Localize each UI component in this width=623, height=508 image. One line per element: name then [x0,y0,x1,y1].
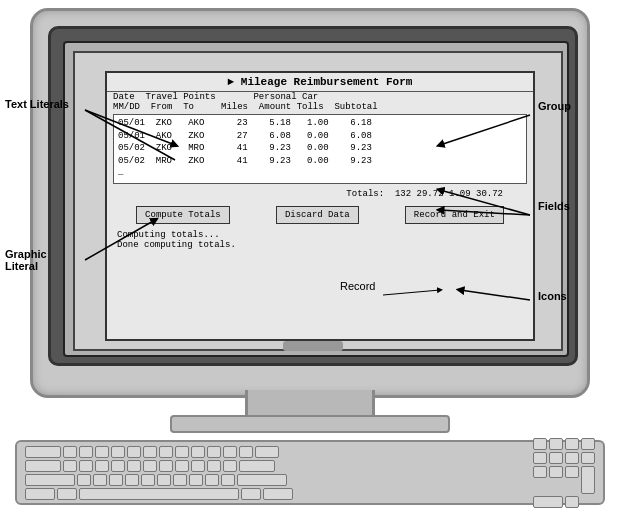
key-enter[interactable] [239,460,275,472]
data-row-2: 05/01 AKO ZKO 27 6.08 0.00 6.08 [118,130,522,143]
monitor-base [170,415,450,433]
record-label: Record [340,280,375,292]
key-i[interactable] [175,446,189,458]
text-literals-label: Text Literals [5,98,69,110]
keyboard-main-section [25,446,293,500]
totals-values: 132 29.72 1.09 30.72 [395,189,503,199]
form-header-line2: MM/DD From To Miles Amount Tolls Subtota… [107,102,533,112]
numpad-row-2 [533,452,595,464]
key-period[interactable] [205,474,219,486]
key-w[interactable] [79,446,93,458]
key-ctrl-r[interactable] [263,488,293,500]
data-row-4: 05/02 MRO ZKO 41 9.23 0.00 9.23 [118,155,522,168]
key-x[interactable] [93,474,107,486]
key-j[interactable] [159,460,173,472]
key-space[interactable] [79,488,239,500]
fields-label: Fields [538,200,570,212]
data-row-1: 05/01 ZKO AKO 23 5.18 1.00 6.18 [118,117,522,130]
monitor-speaker [283,341,343,351]
numpad-5[interactable] [549,452,563,464]
key-alt-l[interactable] [57,488,77,500]
key-n[interactable] [157,474,171,486]
key-tab[interactable] [25,446,61,458]
status-line-2: Done computing totals. [117,240,523,250]
monitor-neck [245,390,375,418]
key-u[interactable] [159,446,173,458]
keyboard [15,440,605,505]
key-f[interactable] [111,460,125,472]
form-header-line1: Date Travel Points Personal Car [107,92,533,102]
totals-row: Totals: 132 29.72 1.09 30.72 [107,186,533,202]
numpad-0[interactable] [533,496,563,508]
key-o[interactable] [191,446,205,458]
totals-label: Totals: [346,189,384,199]
key-d[interactable] [95,460,109,472]
form-window: Mileage Reimbursement Form Date Travel P… [105,71,535,341]
key-semi[interactable] [207,460,221,472]
numpad-section [533,438,595,508]
numpad-4[interactable] [533,452,547,464]
key-e[interactable] [95,446,109,458]
key-k[interactable] [175,460,189,472]
screen-content: Mileage Reimbursement Form Date Travel P… [73,51,563,351]
key-a[interactable] [63,460,77,472]
key-slash[interactable] [221,474,235,486]
key-bracket-l[interactable] [223,446,237,458]
key-row-2 [25,460,293,472]
discard-data-button[interactable]: Discard Data [276,206,359,224]
key-z[interactable] [77,474,91,486]
graphic-literal-label: GraphicLiteral [5,248,47,272]
key-h[interactable] [143,460,157,472]
data-row-3: 05/02 ZKO MRO 41 9.23 0.00 9.23 [118,142,522,155]
buttons-row: Compute Totals Discard Data Record and E… [107,202,533,228]
numpad-minus[interactable] [581,452,595,464]
key-quote[interactable] [223,460,237,472]
status-line-1: Computing totals... [117,230,523,240]
compute-totals-button[interactable]: Compute Totals [136,206,230,224]
numpad-1[interactable] [533,466,547,478]
key-ctrl[interactable] [25,488,55,500]
numpad-8[interactable] [549,438,563,450]
key-t[interactable] [127,446,141,458]
key-b[interactable] [141,474,155,486]
cursor: _ [118,167,522,177]
numpad-6[interactable] [565,452,579,464]
key-bracket-r[interactable] [239,446,253,458]
key-c[interactable] [109,474,123,486]
monitor-bezel: Mileage Reimbursement Form Date Travel P… [48,26,578,366]
key-r[interactable] [111,446,125,458]
monitor-screen: Mileage Reimbursement Form Date Travel P… [63,41,569,357]
monitor-casing: Mileage Reimbursement Form Date Travel P… [30,8,590,398]
icons-label: Icons [538,290,567,302]
key-v[interactable] [125,474,139,486]
key-m[interactable] [173,474,187,486]
key-shift-l[interactable] [25,474,75,486]
key-comma[interactable] [189,474,203,486]
numpad-row-1 [533,438,595,450]
numpad-7[interactable] [533,438,547,450]
key-y[interactable] [143,446,157,458]
key-caps[interactable] [25,460,61,472]
numpad-2[interactable] [549,466,563,478]
numpad-9[interactable] [565,438,579,450]
key-p[interactable] [207,446,221,458]
record-and-exit-button[interactable]: Record and Exit [405,206,504,224]
key-alt-r[interactable] [241,488,261,500]
numpad-enter[interactable] [581,466,595,494]
form-title: Mileage Reimbursement Form [107,73,533,92]
numpad-row-4 [533,496,595,508]
key-s[interactable] [79,460,93,472]
key-l[interactable] [191,460,205,472]
numpad-plus[interactable] [581,438,595,450]
numpad-row-3 [533,466,595,494]
key-row-space [25,488,293,500]
key-shift-r[interactable] [237,474,287,486]
numpad-3[interactable] [565,466,579,478]
key-backslash[interactable] [255,446,279,458]
status-area: Computing totals... Done computing total… [107,228,533,252]
key-g[interactable] [127,460,141,472]
numpad-dot[interactable] [565,496,579,508]
data-table: 05/01 ZKO AKO 23 5.18 1.00 6.18 05/01 AK… [113,114,527,184]
group-label: Group [538,100,571,112]
key-q[interactable] [63,446,77,458]
